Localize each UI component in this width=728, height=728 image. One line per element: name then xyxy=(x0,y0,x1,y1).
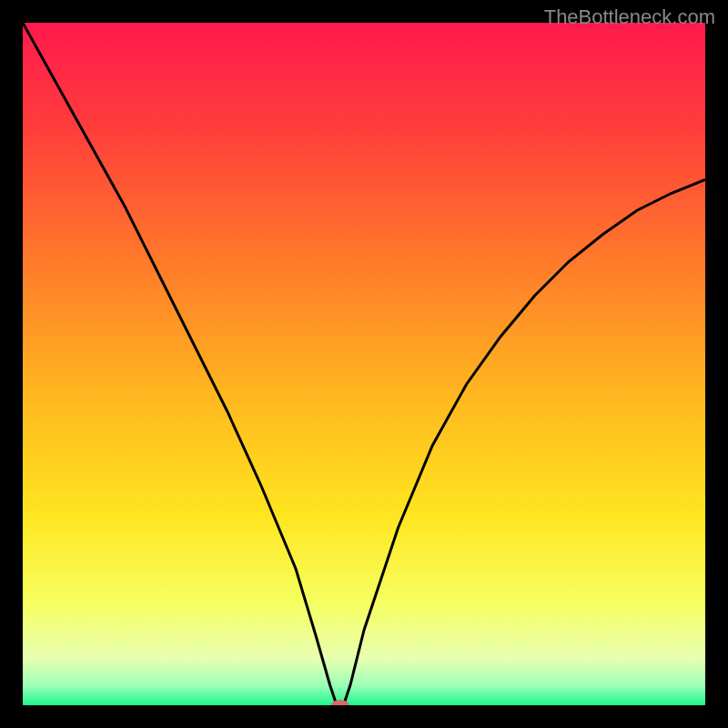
plot-area xyxy=(23,23,705,705)
watermark-text: TheBottleneck.com xyxy=(544,5,715,29)
chart-container: TheBottleneck.com xyxy=(0,0,728,728)
gradient-background xyxy=(23,23,705,705)
chart-svg xyxy=(23,23,705,705)
